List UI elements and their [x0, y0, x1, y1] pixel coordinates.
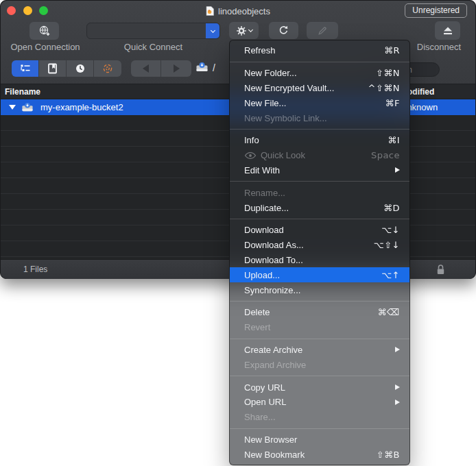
menu-item-download[interactable]: Download⌥↓ — [230, 223, 409, 238]
disclosure-triangle-icon[interactable] — [9, 105, 16, 110]
file-count: 1 Files — [23, 265, 47, 274]
clock-icon — [75, 63, 86, 74]
window-title: linodeobjects — [218, 6, 270, 16]
history-nav-control — [131, 60, 191, 77]
menu-separator — [230, 376, 409, 376]
menu-item-new-folder[interactable]: New Folder...⇧⌘N — [230, 66, 409, 81]
pencil-icon — [317, 25, 328, 36]
refresh-icon — [278, 25, 289, 36]
unregistered-badge[interactable]: Unregistered — [405, 3, 467, 18]
globe-plus-icon — [38, 25, 51, 37]
browser-view-segment[interactable] — [12, 60, 39, 77]
chevron-down-icon — [248, 27, 252, 32]
open-connection-label: Open Connection — [1, 42, 90, 52]
edit-button — [307, 22, 338, 39]
open-connection-button[interactable] — [29, 22, 59, 40]
menu-separator — [230, 181, 409, 182]
menu-item-share: Share... — [230, 410, 409, 425]
document-proxy-icon — [206, 6, 214, 16]
action-menu: Refresh⌘R New Folder...⇧⌘N New Encrypted… — [229, 40, 410, 465]
gear-icon — [236, 25, 247, 36]
quick-connect-label: Quick Connect — [90, 42, 217, 52]
menu-separator — [230, 219, 409, 219]
menu-item-new-file[interactable]: New File...⌘F — [230, 95, 409, 110]
menu-item-edit-with[interactable]: Edit With — [230, 163, 409, 178]
eject-icon — [442, 25, 454, 36]
path-volume-icon[interactable] — [195, 61, 209, 73]
chevron-down-icon — [210, 27, 215, 32]
menu-item-new-browser[interactable]: New Browser — [230, 432, 409, 447]
menu-item-refresh[interactable]: Refresh⌘R — [230, 43, 409, 58]
bonjour-icon — [102, 63, 113, 74]
menu-item-info[interactable]: Info⌘I — [230, 133, 409, 148]
menu-item-duplicate[interactable]: Duplicate...⌘D — [230, 200, 409, 215]
menu-item-upload[interactable]: Upload...⌥↑ — [230, 267, 409, 282]
menu-item-new-encrypted-vault[interactable]: New Encrypted Vault...^⇧⌘N — [230, 81, 409, 96]
menu-item-synchronize[interactable]: Synchronize... — [230, 282, 409, 297]
menu-item-expand-archive: Expand Archive — [230, 357, 409, 372]
menu-separator — [230, 428, 409, 429]
combo-dropdown-cap[interactable] — [206, 23, 219, 38]
menu-item-new-symbolic-link: New Symbolic Link... — [230, 110, 409, 125]
submenu-arrow-icon — [395, 400, 400, 405]
menu-separator — [230, 62, 409, 62]
quick-connect-combobox[interactable] — [86, 23, 220, 39]
menu-item-create-archive[interactable]: Create Archive — [230, 343, 409, 358]
menu-item-revert: Revert — [230, 320, 409, 335]
bucket-name: my-example-bucket2 — [40, 102, 123, 112]
menu-item-rename: Rename... — [230, 185, 409, 200]
submenu-arrow-icon — [395, 384, 400, 390]
disconnect-label: Disconnect — [405, 42, 473, 52]
menu-item-quick-look: Quick Look Space — [230, 148, 409, 163]
bucket-volume-icon — [21, 101, 34, 113]
view-segmented-control — [12, 60, 121, 77]
titlebar: linodeobjects — [1, 4, 475, 18]
menu-separator — [230, 129, 409, 130]
outline-view-icon — [20, 63, 31, 74]
menu-separator — [230, 301, 409, 302]
menu-item-new-bookmark[interactable]: New Bookmark⇧⌘B — [230, 447, 409, 462]
menu-item-download-as[interactable]: Download As...⌥⇧↓ — [230, 238, 409, 253]
eye-icon — [244, 151, 257, 160]
refresh-button[interactable] — [269, 22, 298, 39]
menu-item-delete[interactable]: Delete⌘⌫ — [230, 305, 409, 320]
back-button — [131, 60, 161, 77]
menu-item-download-to[interactable]: Download To... — [230, 253, 409, 268]
menu-item-copy-url[interactable]: Copy URL — [230, 380, 409, 395]
menu-separator — [230, 339, 409, 339]
filename-column-header[interactable]: Filename — [5, 87, 40, 97]
current-path[interactable]: / — [213, 62, 215, 73]
submenu-arrow-icon — [395, 167, 400, 173]
bonjour-segment[interactable] — [94, 60, 121, 77]
forward-button — [161, 60, 191, 77]
bookmark-icon — [47, 63, 58, 74]
submenu-arrow-icon — [395, 347, 400, 352]
action-menu-button[interactable] — [229, 22, 259, 39]
forward-arrow-icon — [174, 64, 180, 73]
disconnect-button[interactable] — [435, 21, 460, 40]
bookmarks-segment[interactable] — [39, 60, 67, 77]
lock-icon[interactable] — [436, 263, 446, 275]
back-arrow-icon — [143, 64, 149, 73]
history-segment[interactable] — [67, 60, 94, 77]
menu-item-open-url[interactable]: Open URL — [230, 395, 409, 410]
